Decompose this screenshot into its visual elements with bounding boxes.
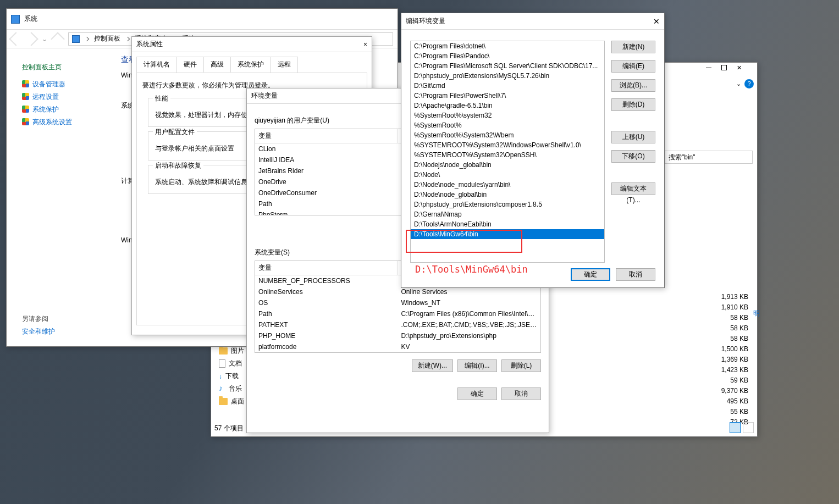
- shield-icon: [22, 118, 29, 125]
- path-list[interactable]: C:\Program Files\dotnet\C:\Program Files…: [410, 41, 605, 263]
- status-bar: 57 个项目: [214, 424, 244, 433]
- large-view-icon[interactable]: [743, 422, 754, 433]
- file-size: 58 KB: [699, 314, 748, 324]
- chevron-down-icon[interactable]: ⌄: [736, 80, 741, 87]
- new-button[interactable]: 新建(N): [611, 41, 655, 53]
- edit-button[interactable]: 编辑(E): [611, 60, 655, 73]
- close-icon[interactable]: ✕: [638, 17, 660, 26]
- file-size: 1,369 KB: [699, 356, 748, 366]
- close-icon[interactable]: ×: [737, 65, 742, 70]
- pc-icon: [72, 35, 80, 43]
- shield-icon: [22, 93, 29, 100]
- view-toggle: [730, 422, 754, 433]
- edit-button[interactable]: 编辑(I)...: [457, 359, 497, 372]
- file-size: 59 KB: [699, 376, 748, 387]
- side-link[interactable]: 系统保护: [22, 105, 117, 114]
- file-size: 58 KB: [699, 324, 748, 335]
- chevron-icon: [125, 36, 130, 41]
- table-row[interactable]: PATHEXT.COM;.EXE;.BAT;.CMD;.VBS;.VBE;.JS…: [255, 319, 540, 330]
- list-item[interactable]: C:\Program Files\dotnet\: [411, 41, 604, 51]
- table-row[interactable]: OnlineServicesOnline Services: [255, 286, 540, 297]
- folder-icon: [219, 398, 228, 405]
- list-item[interactable]: %SYSTEMROOT%\System32\OpenSSH\: [411, 150, 604, 160]
- search-input[interactable]: 搜索"bin": [665, 151, 753, 164]
- shield-icon: [22, 80, 29, 87]
- file-size: 1,423 KB: [699, 366, 748, 376]
- file-size: 58 KB: [699, 335, 748, 345]
- list-item[interactable]: D:\phpstudy_pro\Extensions\composer1.8.5: [411, 200, 604, 209]
- col-var[interactable]: 变量: [255, 129, 398, 143]
- annotation-text: D:\Tools\MinGw64\bin: [415, 264, 528, 275]
- table-row[interactable]: platformcodeKV: [255, 341, 540, 352]
- tab-2[interactable]: 高级: [203, 57, 231, 73]
- list-item[interactable]: C:\Program Files\Microsoft SQL Server\Cl…: [411, 61, 604, 71]
- file-sizes: 1,913 KB1,910 KB58 KB58 KB58 KB1,500 KB1…: [699, 293, 748, 429]
- file-size: 1,913 KB: [699, 293, 748, 303]
- delete-button[interactable]: 删除(D): [611, 98, 655, 111]
- minimize-icon[interactable]: [706, 68, 711, 68]
- list-item[interactable]: D:\phpstudy_pro\Extensions\MySQL5.7.26\b…: [411, 71, 604, 81]
- music-icon: ♪: [219, 385, 225, 393]
- list-item[interactable]: D:\Gernal\Nmap: [411, 209, 604, 219]
- list-item[interactable]: %SystemRoot%\System32\Wbem: [411, 130, 604, 140]
- tab-3[interactable]: 系统保护: [230, 57, 271, 73]
- window-title: 系统: [24, 14, 37, 24]
- list-item[interactable]: D:\Apache\gradle-6.5.1\bin: [411, 101, 604, 110]
- ok-button[interactable]: 确定: [571, 268, 610, 281]
- list-item[interactable]: D:\Node\: [411, 170, 604, 180]
- edittext-button[interactable]: 编辑文本(T)...: [611, 182, 655, 195]
- table-row[interactable]: PHP_HOMED:\phpstudy_pro\Extensions\php: [255, 330, 540, 341]
- delete-button[interactable]: 删除(L): [501, 359, 541, 372]
- side-link[interactable]: 远程设置: [22, 92, 117, 102]
- list-item[interactable]: %SystemRoot%\system32: [411, 110, 604, 120]
- cancel-button[interactable]: 取消: [616, 268, 655, 281]
- help-icon[interactable]: ?: [744, 79, 754, 88]
- table-row[interactable]: PathC:\Program Files (x86)\Common Files\…: [255, 308, 540, 319]
- tab-0[interactable]: 计算机名: [136, 57, 177, 73]
- list-item[interactable]: %SystemRoot%: [411, 120, 604, 130]
- file-size: 72 KB: [699, 418, 748, 429]
- side-link[interactable]: 设备管理器: [22, 80, 117, 89]
- shield-icon: [22, 106, 29, 113]
- col-var[interactable]: 变量: [255, 261, 398, 275]
- tab-1[interactable]: 硬件: [176, 57, 204, 73]
- control-panel-home[interactable]: 控制面板主页: [22, 63, 117, 72]
- moveup-button[interactable]: 上移(U): [611, 131, 655, 143]
- list-item[interactable]: C:\Program Files\Pandoc\: [411, 51, 604, 61]
- chevron-icon: [85, 36, 89, 41]
- list-item[interactable]: D:\Tools\MinGw64\bin: [411, 229, 604, 239]
- forward-icon[interactable]: [24, 32, 38, 46]
- list-item[interactable]: D:\Node\node_modules\yarn\bin\: [411, 180, 604, 190]
- file-size: 55 KB: [699, 408, 748, 418]
- list-item[interactable]: C:\Program Files\PowerShell\7\: [411, 91, 604, 101]
- side-link[interactable]: 高级系统设置: [22, 118, 117, 127]
- file-size: 9,370 KB: [699, 387, 748, 397]
- footer-link[interactable]: 安全和维护: [22, 327, 55, 336]
- list-item[interactable]: D:\Node\node_global\bin: [411, 190, 604, 200]
- list-item[interactable]: %SYSTEMROOT%\System32\WindowsPowerShell\…: [411, 140, 604, 150]
- crumb[interactable]: 控制面板: [94, 34, 120, 43]
- browse-button[interactable]: 浏览(B)...: [611, 79, 655, 92]
- detail-view-icon[interactable]: [730, 422, 741, 433]
- tab-4[interactable]: 远程: [271, 57, 298, 73]
- footer-title: 另请参阅: [22, 314, 55, 324]
- table-row[interactable]: OSWindows_NT: [255, 297, 540, 308]
- list-item[interactable]: D:\Nodejs\node_global\bin: [411, 160, 604, 170]
- movedown-button[interactable]: 下移(O): [611, 150, 655, 163]
- download-icon: ↓: [219, 373, 222, 380]
- ok-button[interactable]: 确定: [457, 387, 497, 400]
- maximize-icon[interactable]: [721, 65, 727, 70]
- new-button[interactable]: 新建(W)...: [412, 359, 453, 372]
- window-controls: ×: [706, 65, 755, 70]
- file-icon: [219, 359, 225, 368]
- back-icon[interactable]: [9, 32, 23, 46]
- list-item[interactable]: D:\Tools\ArmNoneEabi\bin: [411, 219, 604, 229]
- up-icon[interactable]: [51, 32, 64, 46]
- window-header: 系统: [7, 9, 398, 30]
- list-item[interactable]: D:\Git\cmd: [411, 81, 604, 91]
- dialog-title: 系统属性: [136, 40, 345, 49]
- cancel-button[interactable]: 取消: [501, 387, 541, 400]
- extra-tab[interactable]: 明: [753, 309, 760, 318]
- file-size: 1,910 KB: [699, 303, 748, 314]
- close-icon[interactable]: ×: [345, 41, 367, 48]
